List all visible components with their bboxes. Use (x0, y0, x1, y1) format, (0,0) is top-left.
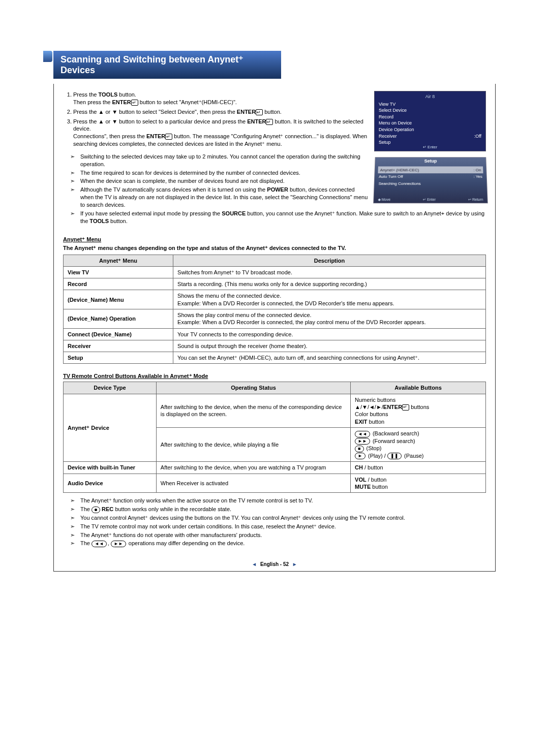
osd1-header: Air 8 (378, 93, 482, 100)
t: button works only while in the recordabl… (115, 506, 231, 512)
t: ▲/▼/◄/►/ (355, 404, 383, 410)
osd1-row: Device Operation (379, 127, 414, 133)
bold: TOOLS (89, 218, 109, 224)
t: (Forward search) (373, 438, 415, 444)
rec-button-icon (92, 507, 100, 513)
arrow-item: The Anynet⁺ function only works when the… (73, 497, 486, 505)
td: Connect (Device_Name) (64, 328, 173, 340)
t: (Backward search) (373, 430, 419, 436)
arrow-item: The REC button works only while in the r… (73, 506, 486, 513)
arrow-item: If you have selected external input mode… (73, 210, 486, 225)
bold: REC (102, 506, 113, 512)
title-bar-wrap: Scanning and Switching between Anynet⁺ D… (53, 51, 496, 79)
bold: EXIT (355, 419, 367, 425)
td: (Device_Name) Menu (64, 290, 173, 309)
section-tab (43, 51, 52, 62)
bold: ENTER (247, 118, 266, 124)
anynet-menu-table: Anynet⁺ Menu Description View TVSwitches… (63, 255, 486, 364)
step-text: button. (263, 109, 282, 115)
step-text: button to select "Anynet⁺(HDMI-CEC)". (138, 99, 237, 105)
t: Numeric buttons (355, 397, 395, 403)
arrow-item: When the device scan is complete, the nu… (73, 177, 486, 185)
td: Anynet⁺ Device (64, 394, 157, 462)
footer-label: English - 52 (260, 561, 289, 567)
content-frame: Air 8 View TV Select Device Record Menu … (53, 84, 496, 572)
osd1-setup: Setup (379, 139, 391, 146)
t: The (80, 540, 92, 546)
td: VOL / button MUTE button (351, 474, 486, 493)
th: Available Buttons (351, 382, 486, 394)
bold: CH (355, 464, 363, 470)
t: Color buttons (355, 411, 388, 417)
triangle-left-icon: ◄ (252, 561, 257, 567)
th: Operating Status (156, 382, 350, 394)
fastforward-icon: ►► (355, 438, 370, 445)
arrow-item: The ◄◄, ►► operations may differ dependi… (73, 540, 486, 547)
triangle-right-icon: ► (292, 561, 297, 567)
bold: MUTE (355, 484, 371, 490)
step-text: Press the ▲ or ▼ button to select to a p… (73, 118, 247, 124)
bold: ENTER (146, 133, 165, 139)
t: (Play) / (368, 453, 386, 459)
enter-icon (131, 100, 138, 106)
pause-icon: ❚❚ (387, 453, 402, 459)
osd1-recv-l: Receiver (379, 133, 397, 140)
td: Your TV connects to the corresponding de… (173, 328, 486, 340)
stop-icon: ■ (355, 446, 363, 452)
t: / button (367, 477, 387, 483)
t: The (80, 506, 92, 512)
td: ◄◄ (Backward search) ►► (Forward search)… (351, 427, 486, 461)
section-head-anynet-menu: Anynet⁺ Menu (63, 236, 486, 243)
step-text: Then press the (73, 99, 112, 105)
step-text: Press the ▲ or ▼ button to select "Selec… (73, 109, 237, 115)
th: Description (173, 255, 486, 266)
td: You can set the Anynet⁺ (HDMI-CEC), auto… (173, 352, 486, 364)
td: CH / button (351, 462, 486, 474)
arrow-item: Although the TV automatically scans devi… (73, 186, 486, 209)
td: Device with built-in Tuner (64, 462, 157, 474)
step-text: button. (117, 91, 136, 98)
td: Audio Device (64, 474, 157, 493)
bold: VOL (355, 477, 367, 483)
t: / button (363, 464, 383, 470)
remote-buttons-table: Device Type Operating Status Available B… (63, 382, 486, 493)
t: (Pause) (404, 453, 424, 459)
t: (Stop) (367, 445, 382, 451)
step-text: Connections", then press the (73, 133, 146, 139)
rewind-icon: ◄◄ (355, 431, 370, 437)
bold: TOOLS (99, 91, 118, 98)
arrow-item: The time required to scan for devices is… (73, 169, 486, 177)
td: Receiver (64, 340, 173, 352)
section-intro: The Anynet⁺ menu changes depending on th… (63, 245, 486, 251)
td: (Device_Name) Operation (64, 309, 173, 328)
step-text: Press the (73, 91, 99, 98)
bold: ENTER (112, 99, 131, 105)
section-head-remote-buttons: TV Remote Control Buttons Available in A… (63, 373, 486, 380)
td: Record (64, 278, 173, 290)
td: After switching to the device, when you … (156, 462, 350, 474)
rewind-icon: ◄◄ (92, 541, 107, 547)
osd-panel-anynet: Air 8 View TV Select Device Record Menu … (374, 91, 486, 151)
arrow-item: You cannot control Anynet⁺ devices using… (73, 514, 486, 522)
td: Shows the play control menu of the conne… (173, 309, 486, 328)
arrow-list-bottom: The Anynet⁺ function only works when the… (63, 497, 486, 547)
bold: SOURCE (222, 210, 246, 216)
enter-icon (256, 109, 263, 115)
enter-icon (266, 119, 273, 125)
arrow-item: Switching to the selected devices may ta… (73, 153, 486, 168)
td: After switching to the device, when the … (156, 394, 350, 427)
td: View TV (64, 266, 173, 278)
td: When Receiver is activated (156, 474, 350, 493)
bold: ENTER (237, 109, 256, 115)
page-footer: ◄ English - 52 ► (63, 561, 486, 567)
t: operations may differ depending on the d… (129, 540, 245, 546)
td: Numeric buttons ▲/▼/◄/►/ENTER buttons Co… (351, 394, 486, 427)
t: If you have selected external input mode… (80, 210, 222, 216)
osd1-row: Menu on Device (379, 120, 412, 127)
page-title: Scanning and Switching between Anynet⁺ D… (53, 51, 281, 79)
bold: ENTER (383, 404, 402, 410)
bold: POWER (267, 186, 288, 193)
arrow-item: The TV remote control may not work under… (73, 523, 486, 530)
osd1-recv-r: :Off (474, 133, 481, 140)
t: button (368, 419, 385, 425)
